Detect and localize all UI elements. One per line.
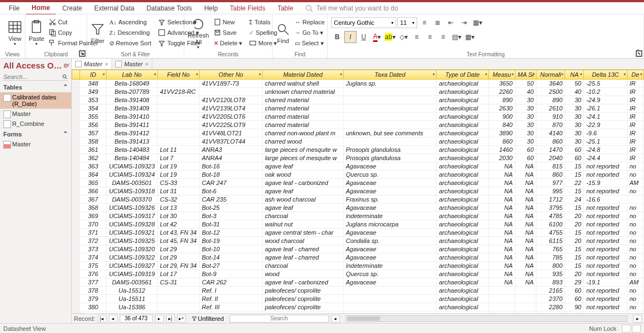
cell-lab[interactable]: Beta-391408 (107, 96, 158, 104)
cell-meas[interactable] (488, 303, 515, 311)
cell-lab[interactable]: UCIAMS-109324 (107, 171, 158, 179)
table-row[interactable]: 375UCIAMS-109327Lot 29, FN 34Bot-27charc… (72, 262, 644, 270)
cell-d13c[interactable]: not reported (584, 262, 627, 270)
cell-de[interactable]: IR (627, 96, 643, 104)
cell-taxa[interactable]: Agavaceae (343, 187, 437, 195)
cell-meas[interactable]: NA (488, 220, 515, 229)
horizontal-scrollbar[interactable] (345, 315, 627, 322)
delete-button[interactable]: ✕Delete ▾ (211, 38, 245, 48)
cell-de[interactable]: no (627, 262, 643, 270)
cell-msig[interactable] (515, 303, 536, 311)
cell-meas[interactable]: 3890 (488, 129, 515, 138)
cell-norm[interactable]: 6100 (536, 220, 565, 229)
cell-lab[interactable]: UCIAMS-109323 (107, 162, 158, 171)
cell-field[interactable]: Lot 29 (157, 253, 199, 262)
cell-de[interactable]: no (627, 253, 643, 262)
close-icon[interactable]: × (145, 61, 148, 67)
cell-id[interactable]: 356 (80, 121, 107, 129)
cell-msig[interactable]: NA (515, 179, 536, 187)
row-selector[interactable] (72, 171, 80, 179)
column-header-de[interactable]: De▾ (627, 70, 643, 80)
cell-de[interactable]: no (627, 204, 643, 212)
cell-field[interactable]: Lot 31 (157, 187, 199, 195)
table-row[interactable]: 381Beta-26270841VV1991-01charcoalarchaeo… (72, 311, 644, 314)
row-selector[interactable] (72, 88, 80, 96)
cell-meas[interactable]: NA (488, 237, 515, 245)
cell-d13c[interactable]: -24.9 (584, 96, 627, 104)
cell-na[interactable]: 15 (565, 187, 584, 195)
cell-d13c[interactable]: not reported (584, 220, 627, 229)
font-name-combo[interactable]: Century Gothic▾ (331, 17, 396, 28)
cell-msig[interactable]: NA (515, 270, 536, 278)
cell-taxa[interactable]: Agavaceae (343, 278, 437, 287)
font-size-combo[interactable]: 11▾ (397, 17, 417, 28)
table-row[interactable]: 377DAMS-003561CS-31CAR 262agave leaf - c… (72, 278, 644, 287)
cell-de[interactable]: no (627, 187, 643, 195)
cell-other[interactable]: Bot-18 (199, 171, 262, 179)
cell-other[interactable]: Bot-6 (199, 187, 262, 195)
scroll-left-button[interactable]: ◂ (331, 315, 340, 323)
doc-tab-master[interactable]: Master× (72, 59, 112, 69)
fill-color-button[interactable]: ◇▾ (397, 31, 409, 43)
cell-meas[interactable]: NA (488, 195, 515, 204)
cell-meas[interactable]: NA (488, 229, 515, 237)
cell-type[interactable]: archaeological (437, 212, 488, 220)
row-selector[interactable] (72, 212, 80, 220)
cell-d13c[interactable]: not reported (584, 204, 627, 212)
cell-lab[interactable]: DAMS-003561 (107, 278, 158, 287)
cell-id[interactable]: 365 (80, 179, 107, 187)
row-selector[interactable] (72, 278, 80, 287)
ascending-button[interactable]: A↓Ascending (107, 17, 153, 27)
cell-type[interactable]: archaeological (437, 162, 488, 171)
cell-lab[interactable]: Beta-262708 (107, 311, 158, 314)
table-row[interactable]: 373UCIAMS-109320Lot 29Bot-10agave leaf -… (72, 245, 644, 253)
cell-msig[interactable] (515, 287, 536, 295)
cell-na[interactable]: 30 (565, 113, 584, 121)
cell-na[interactable]: 20 (565, 270, 584, 278)
table-row[interactable]: 364UCIAMS-109324Lot 19Bot-18oak woodQuer… (72, 171, 644, 179)
column-header-meas[interactable]: Measu▾ (488, 70, 515, 80)
bold-button[interactable]: B (331, 31, 343, 43)
cell-mat[interactable]: charred material (263, 104, 344, 113)
row-selector[interactable] (72, 220, 80, 229)
cell-lab[interactable]: Beta-391413 (107, 138, 158, 146)
cell-taxa[interactable] (343, 104, 437, 113)
cell-other[interactable]: CAR 247 (199, 179, 262, 187)
cell-na[interactable]: 30 (565, 96, 584, 104)
cell-norm[interactable]: 3640 (536, 80, 565, 88)
cell-norm[interactable]: 935 (536, 270, 565, 278)
table-row[interactable]: 369UCIAMS-109317Lot 30Bot-3charcoalindet… (72, 212, 644, 220)
cell-id[interactable]: 355 (80, 113, 107, 121)
cell-d13c[interactable]: -19.1 (584, 278, 627, 287)
cell-type[interactable]: archaeological (437, 303, 488, 311)
dropdown-icon[interactable]: ▾ (580, 72, 582, 77)
table-row[interactable]: 358Beta-39141341VV837LOT44charred woodar… (72, 138, 644, 146)
cell-lab[interactable]: UCIAMS-109327 (107, 262, 158, 270)
cell-type[interactable]: archaeological (437, 237, 488, 245)
datasheet-view-button[interactable] (622, 325, 631, 332)
cell-lab[interactable]: Beta-391410 (107, 113, 158, 121)
dropdown-icon[interactable]: ▾ (154, 72, 156, 77)
cell-taxa[interactable]: indeterminate (343, 262, 437, 270)
underline-button[interactable]: U (358, 31, 370, 43)
cell-meas[interactable]: NA (488, 262, 515, 270)
dropdown-icon[interactable]: ▾ (196, 72, 198, 77)
dropdown-icon[interactable]: ▾ (561, 72, 563, 77)
cell-msig[interactable]: NA (515, 278, 536, 287)
table-row[interactable]: 367DAMS-003370CS-32CAR 235ash wood charc… (72, 195, 644, 204)
cell-norm[interactable]: 785 (536, 253, 565, 262)
cell-lab[interactable]: UCIAMS-109317 (107, 212, 158, 220)
cell-na[interactable]: 15 (565, 171, 584, 179)
cell-other[interactable]: 41VV1897-73 (199, 80, 262, 88)
cell-field[interactable] (157, 104, 199, 113)
row-selector[interactable] (72, 262, 80, 270)
gridlines-button[interactable]: ▦▾ (471, 17, 483, 29)
cell-norm[interactable]: 800 (536, 262, 565, 270)
cell-id[interactable]: 379 (80, 295, 107, 303)
cell-id[interactable]: 348 (80, 80, 107, 88)
cell-d13c[interactable]: not reported (584, 303, 627, 311)
cell-na[interactable]: 30 (565, 104, 584, 113)
cell-lab[interactable]: Ua-15512 (107, 287, 158, 295)
table-row[interactable]: 355Beta-39141041VV2205LOT6charred materi… (72, 113, 644, 121)
cell-lab[interactable]: Beta-391409 (107, 104, 158, 113)
